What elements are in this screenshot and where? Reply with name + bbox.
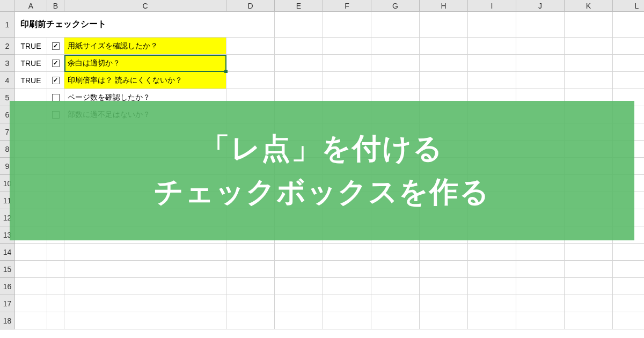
cell-D18[interactable] [226,312,275,329]
column-header-J[interactable]: J [516,0,565,12]
cell-G1[interactable] [371,12,420,38]
cell-G14[interactable] [371,244,420,261]
cell-E16[interactable] [275,278,323,295]
check-item-label-1[interactable]: 用紙サイズを確認したか？ [64,38,226,55]
column-header-E[interactable]: E [275,0,323,12]
cell-E18[interactable] [275,312,323,329]
cell-F16[interactable] [323,278,371,295]
column-header-F[interactable]: F [323,0,371,12]
row-header-1[interactable]: 1 [0,12,15,38]
cell-H2[interactable] [420,38,468,55]
cell-L15[interactable] [613,261,644,278]
check-item-label-2[interactable]: 余白は適切か？ [64,55,226,72]
column-header-C[interactable]: C [64,0,226,12]
column-header-I[interactable]: I [468,0,516,12]
row-header-17[interactable]: 17 [0,295,15,312]
cell-K14[interactable] [565,244,613,261]
checkbox-cell-1[interactable] [47,38,64,55]
cell-L18[interactable] [613,312,644,329]
cell-J2[interactable] [516,38,565,55]
cell-I15[interactable] [468,261,516,278]
cell-K2[interactable] [565,38,613,55]
fill-handle[interactable] [224,70,228,73]
checkbox-cell-3[interactable] [47,72,64,89]
cell-G2[interactable] [371,38,420,55]
column-header-K[interactable]: K [565,0,613,12]
cell-H3[interactable] [420,55,468,72]
column-header-G[interactable]: G [371,0,420,12]
checkbox-4[interactable] [52,94,60,101]
cell-D17[interactable] [226,295,275,312]
row-header-18[interactable]: 18 [0,312,15,329]
cell-C14[interactable] [64,244,226,261]
cell-L3[interactable] [613,55,644,72]
cell-E14[interactable] [275,244,323,261]
cell-E4[interactable] [275,72,323,89]
checkbox-2[interactable] [52,60,60,67]
cell-B15[interactable] [47,261,64,278]
cell-H18[interactable] [420,312,468,329]
checkbox-1[interactable] [52,42,60,50]
cell-C17[interactable] [64,295,226,312]
row-header-14[interactable]: 14 [0,244,15,261]
cell-K16[interactable] [565,278,613,295]
cell-J3[interactable] [516,55,565,72]
cell-B17[interactable] [47,295,64,312]
cell-D16[interactable] [226,278,275,295]
cell-F15[interactable] [323,261,371,278]
cell-F2[interactable] [323,38,371,55]
cell-F4[interactable] [323,72,371,89]
cell-I3[interactable] [468,55,516,72]
cell-G15[interactable] [371,261,420,278]
cell-B16[interactable] [47,278,64,295]
cell-F17[interactable] [323,295,371,312]
cell-G17[interactable] [371,295,420,312]
cell-H16[interactable] [420,278,468,295]
column-header-H[interactable]: H [420,0,468,12]
row-header-3[interactable]: 3 [0,55,15,72]
cell-L14[interactable] [613,244,644,261]
cell-B18[interactable] [47,312,64,329]
cell-J18[interactable] [516,312,565,329]
cell-J15[interactable] [516,261,565,278]
row-header-16[interactable]: 16 [0,278,15,295]
cell-I2[interactable] [468,38,516,55]
cell-J17[interactable] [516,295,565,312]
cell-D4[interactable] [226,72,275,89]
cell-L1[interactable] [613,12,644,38]
cell-C15[interactable] [64,261,226,278]
cell-A15[interactable] [15,261,47,278]
cell-I18[interactable] [468,312,516,329]
cell-K1[interactable] [565,12,613,38]
cell-G4[interactable] [371,72,420,89]
checkbox-3[interactable] [52,77,60,84]
cell-K17[interactable] [565,295,613,312]
cell-D1[interactable] [226,12,275,38]
cell-I14[interactable] [468,244,516,261]
cell-I17[interactable] [468,295,516,312]
cell-G16[interactable] [371,278,420,295]
cell-H1[interactable] [420,12,468,38]
cell-K15[interactable] [565,261,613,278]
cell-E17[interactable] [275,295,323,312]
column-header-D[interactable]: D [226,0,275,12]
cell-F14[interactable] [323,244,371,261]
cell-L4[interactable] [613,72,644,89]
cell-E3[interactable] [275,55,323,72]
cell-D2[interactable] [226,38,275,55]
cell-K3[interactable] [565,55,613,72]
cell-D3[interactable] [226,55,275,72]
cell-E1[interactable] [275,12,323,38]
cell-L2[interactable] [613,38,644,55]
row-header-4[interactable]: 4 [0,72,15,89]
cell-B14[interactable] [47,244,64,261]
cell-A18[interactable] [15,312,47,329]
cell-D15[interactable] [226,261,275,278]
cell-F3[interactable] [323,55,371,72]
cell-D14[interactable] [226,244,275,261]
cell-L17[interactable] [613,295,644,312]
cell-F1[interactable] [323,12,371,38]
column-header-A[interactable]: A [15,0,47,12]
column-header-L[interactable]: L [613,0,644,12]
cell-G3[interactable] [371,55,420,72]
